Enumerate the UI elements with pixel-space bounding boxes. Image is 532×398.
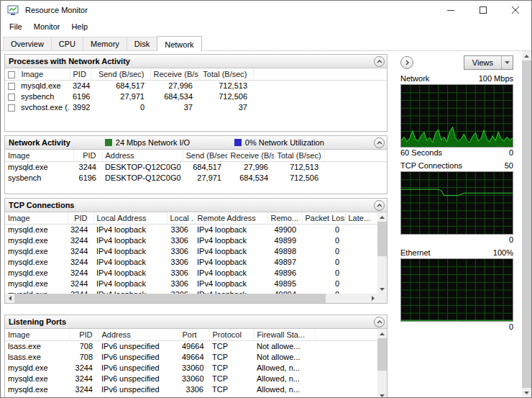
tab-disk[interactable]: Disk: [127, 37, 157, 50]
table-row[interactable]: mysqld.exe3244DESKTOP-Q12C0G0684,51727,9…: [5, 161, 387, 172]
column-header-port[interactable]: Port: [179, 329, 209, 340]
close-button[interactable]: [499, 1, 531, 19]
column-header-send[interactable]: Send (B/sec): [91, 68, 150, 80]
column-header-pid[interactable]: PID: [70, 68, 91, 80]
table-row[interactable]: mysqld.exe3244IPv4 loopback3306IPv4 loop…: [5, 267, 377, 278]
column-header-protocol[interactable]: Protocol: [209, 329, 254, 340]
scroll-up-button[interactable]: [377, 212, 387, 222]
scrollbar-thumb[interactable]: [14, 294, 326, 303]
menu-file[interactable]: File: [4, 21, 28, 32]
column-header-local-port[interactable]: Local ...: [167, 212, 194, 224]
table-row[interactable]: lsass.exe708IPv6 unspecified49664TCPNot …: [5, 340, 377, 351]
tab-network[interactable]: Network: [157, 36, 201, 51]
titlebar[interactable]: Resource Monitor: [1, 1, 531, 19]
column-header-send[interactable]: Send (B/sec): [183, 150, 227, 161]
table-row[interactable]: sysbench6196DESKTOP-Q12C0G027,971684,534…: [5, 172, 387, 183]
column-header-address[interactable]: Address: [98, 329, 179, 340]
scrollbar-thumb[interactable]: [377, 222, 387, 256]
row-checkbox[interactable]: [8, 83, 15, 90]
collapse-sidebar-button[interactable]: [400, 56, 413, 69]
row-checkbox[interactable]: [8, 104, 15, 112]
select-all-checkbox[interactable]: [8, 71, 15, 78]
tab-overview[interactable]: Overview: [3, 37, 52, 50]
column-header-packet-loss[interactable]: Packet Loss...: [302, 212, 345, 224]
legend-network-utilization: 0% Network Utilization: [234, 138, 364, 147]
table-row[interactable]: lsass.exe708IPv6 unspecified49664TCPNot …: [5, 351, 377, 362]
column-header-pid[interactable]: PID: [68, 212, 93, 224]
scroll-down-button[interactable]: [377, 284, 387, 294]
column-header-pid[interactable]: PID: [73, 150, 102, 161]
scrollbar-thumb[interactable]: [522, 60, 531, 388]
panel-title: Listening Ports: [9, 317, 66, 326]
window-controls: [434, 1, 531, 19]
collapse-panel-button[interactable]: [374, 200, 385, 211]
dropdown-arrow[interactable]: [501, 56, 513, 69]
tab-cpu[interactable]: CPU: [51, 37, 83, 50]
table-row[interactable]: mysqld.exe3244IPv4 loopback3306IPv4 loop…: [5, 256, 377, 267]
network-activity-legend: 24 Mbps Network I/O 0% Network Utilizati…: [105, 138, 364, 147]
scrollbar-track[interactable]: [522, 60, 531, 388]
column-header-total[interactable]: Total (B/sec): [198, 68, 253, 80]
column-header-local-address[interactable]: Local Address: [93, 212, 167, 224]
column-header-latency[interactable]: Late...: [345, 212, 377, 224]
column-header-firewall-status[interactable]: Firewall Sta...: [254, 329, 315, 340]
scroll-down-button[interactable]: [522, 388, 531, 397]
column-header-image[interactable]: Image: [5, 212, 68, 224]
scroll-up-button[interactable]: [522, 51, 531, 60]
panels-column: Processes with Network Activity Image PI…: [1, 51, 395, 397]
scrollbar-track[interactable]: [377, 338, 387, 391]
menu-help[interactable]: Help: [65, 21, 93, 32]
scroll-right-button[interactable]: [368, 294, 377, 303]
table-row[interactable]: mysqld.exe3244IPv4 loopback3306IPv4 loop…: [5, 289, 377, 294]
column-header-remote-address[interactable]: Remote Address: [194, 212, 267, 224]
tab-memory[interactable]: Memory: [83, 37, 127, 50]
scroll-up-button[interactable]: [377, 329, 387, 338]
table-row[interactable]: mysqld.exe3244684,51727,996712,513: [5, 80, 387, 91]
horizontal-scrollbar[interactable]: [5, 294, 377, 303]
table-row[interactable]: mysqld.exe3244IPv4 loopback3306IPv4 loop…: [5, 245, 377, 256]
scroll-left-button[interactable]: [5, 294, 14, 303]
table-row[interactable]: sysbench619627,971684,534712,506: [5, 91, 387, 101]
table-row[interactable]: mysqld.exe3244IPv4 loopback3306IPv4 loop…: [5, 278, 377, 289]
row-checkbox[interactable]: [8, 94, 15, 101]
blue-swatch-icon: [234, 139, 242, 146]
sidebar-scrollbar[interactable]: [522, 51, 531, 397]
views-dropdown-button[interactable]: Views: [464, 55, 513, 70]
arrow-up-icon: [380, 216, 385, 219]
table-header-row: Image PID Address Port Protocol Firewall…: [5, 329, 377, 340]
vertical-scrollbar[interactable]: [377, 329, 387, 398]
table-row[interactable]: mysqld.exe3244IPv6 unspecified33060TCPAl…: [5, 373, 377, 384]
column-header-address[interactable]: Address: [102, 150, 183, 161]
collapse-panel-button[interactable]: [374, 317, 385, 327]
table-row[interactable]: svchost.exe (...399203737: [5, 101, 387, 112]
table-row[interactable]: mysqld.exe3244IPv4 loopback3306IPv4 loop…: [5, 235, 377, 245]
ethernet-chart: [400, 258, 513, 322]
table-row[interactable]: mysqld.exe3244IPv4 loopback3306IPv4 loop…: [5, 224, 377, 235]
column-header-image[interactable]: Image: [5, 329, 70, 340]
column-header-image[interactable]: Image: [18, 68, 70, 80]
column-header-image[interactable]: Image: [5, 150, 73, 161]
maximize-button[interactable]: [467, 1, 499, 19]
close-icon: [512, 6, 519, 14]
vertical-scrollbar[interactable]: [377, 212, 387, 294]
arrow-up-icon: [524, 55, 529, 58]
column-header-pid[interactable]: PID: [70, 329, 98, 340]
menu-monitor[interactable]: Monitor: [28, 21, 66, 32]
column-header-receive[interactable]: Receive (B/s...: [150, 68, 198, 80]
scrollbar-thumb[interactable]: [377, 338, 387, 371]
column-header-receive[interactable]: Receive (B/s...: [227, 150, 274, 161]
column-header-total[interactable]: Total (B/sec): [274, 150, 324, 161]
panel-listening-header: Listening Ports: [5, 315, 387, 329]
column-header-remote-port[interactable]: Remo...: [267, 212, 302, 224]
chart-min-label: 0: [509, 148, 513, 157]
scrollbar-track[interactable]: [14, 294, 368, 303]
table-row[interactable]: mysqld.exe3244IPv6 unspecified33060TCPAl…: [5, 362, 377, 373]
scroll-down-button[interactable]: [377, 391, 387, 398]
collapse-panel-button[interactable]: [374, 137, 385, 148]
minimize-button[interactable]: [434, 1, 467, 19]
scrollbar-track[interactable]: [377, 222, 387, 284]
chevron-up-icon: [377, 320, 382, 324]
panel-network-activity-header: Network Activity 24 Mbps Network I/O 0% …: [5, 136, 387, 150]
table-row[interactable]: mysqld.exe3244IPv6 unspecified3306TCPAll…: [5, 384, 377, 394]
collapse-panel-button[interactable]: [374, 56, 385, 67]
